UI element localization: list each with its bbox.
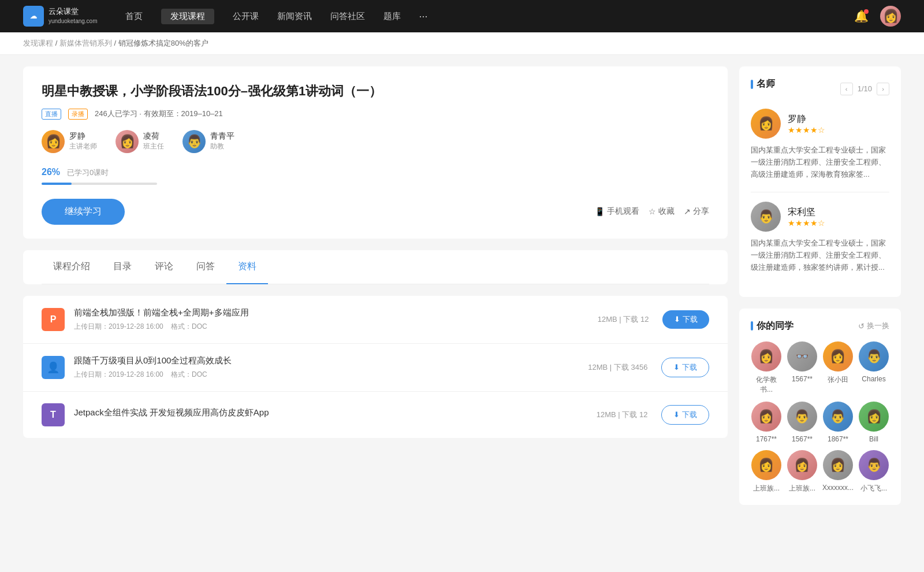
refresh-button[interactable]: ↺ 换一换: [858, 321, 889, 331]
classmate-4[interactable]: 👨 Charles: [858, 341, 889, 395]
teacher-card-2-name: 宋利坚: [788, 206, 825, 218]
nav-home[interactable]: 首页: [125, 9, 143, 24]
teachers-sidebar-card: 名师 ‹ 1/10 › 👩 罗静 ★★★★☆: [739, 66, 901, 297]
classmate-5[interactable]: 👩 1767**: [751, 402, 782, 443]
tab-intro[interactable]: 课程介绍: [42, 250, 102, 284]
refresh-label: 换一换: [867, 321, 889, 331]
resource-1-stats: 12MB | 下载 12: [598, 314, 649, 325]
progress-section: 26% 已学习0课时: [42, 167, 709, 185]
action-collect[interactable]: ☆ 收藏: [649, 206, 675, 217]
classmate-1[interactable]: 👩 化学教书...: [751, 341, 782, 395]
logo[interactable]: ☁ 云朵课堂yunduoketang.com: [23, 6, 98, 27]
progress-sub: 已学习0课时: [67, 168, 109, 178]
nav-news[interactable]: 新闻资讯: [277, 9, 312, 24]
teachers-list: 👩 罗静 主讲老师 👩 凌荷 班主任 👨 青青平: [42, 130, 709, 153]
nav-qa[interactable]: 问答社区: [330, 9, 365, 24]
breadcrumb: 发现课程 / 新媒体营销系列 / 销冠修炼术搞定80%的客户: [0, 32, 924, 55]
tab-catalog[interactable]: 目录: [102, 250, 143, 284]
resource-1-info: 前端全栈加强版！前端全栈+全周期+多端应用 上传日期：2019-12-28 16…: [74, 307, 598, 332]
classmate-8-name: Bill: [869, 435, 878, 443]
classmate-3[interactable]: 👩 张小田: [822, 341, 854, 395]
teacher-card-1-stars: ★★★★☆: [788, 125, 825, 135]
download-button-3[interactable]: ⬇ 下载: [661, 405, 709, 425]
teacher-card-1-name: 罗静: [788, 113, 825, 125]
classmate-11[interactable]: 👩 Xxxxxxx...: [822, 450, 854, 493]
resource-1-icon: P: [42, 308, 65, 331]
classmate-2[interactable]: 👓 1567**: [787, 341, 818, 395]
classmate-7-avatar: 👨: [823, 402, 853, 432]
course-card: 明星中教授课，小学阶段语法100分–强化级第1讲动词（一） 直播 录播 246人…: [23, 66, 728, 239]
logo-icon: ☁: [23, 6, 44, 27]
classmate-5-name: 1767**: [756, 435, 777, 443]
nav-exam[interactable]: 题库: [383, 9, 401, 24]
teachers-sidebar-title: 名师: [751, 78, 775, 90]
logo-text: 云朵课堂yunduoketang.com: [49, 7, 98, 25]
teachers-next-btn[interactable]: ›: [877, 83, 889, 95]
action-mobile[interactable]: 📱 手机观看: [595, 206, 639, 217]
course-meta: 直播 录播 246人已学习 · 有效期至：2019–10–21: [42, 109, 709, 120]
bell-icon[interactable]: 🔔: [854, 9, 869, 23]
main-content: 明星中教授课，小学阶段语法100分–强化级第1讲动词（一） 直播 录播 246人…: [23, 66, 728, 517]
classmate-12-name: 小飞飞...: [860, 484, 887, 493]
classmate-7-name: 1867**: [828, 435, 848, 443]
nav-discover[interactable]: 发现课程: [161, 9, 214, 24]
nav-more[interactable]: ···: [419, 8, 428, 25]
teacher-2-info: 凌荷 班主任: [143, 131, 164, 151]
teacher-3-name: 青青平: [210, 131, 234, 142]
progress-bar-fill: [42, 183, 72, 185]
user-avatar[interactable]: 👩: [880, 6, 901, 27]
classmate-6-name: 1567**: [792, 435, 813, 443]
refresh-icon: ↺: [858, 322, 865, 330]
classmate-10-name: 上班族...: [789, 484, 815, 493]
classmate-11-avatar: 👩: [823, 450, 853, 480]
resource-2-stats: 12MB | 下载 3456: [588, 362, 647, 373]
tab-review[interactable]: 评论: [143, 250, 185, 284]
classmate-12-avatar: 👨: [859, 450, 889, 480]
teacher-card-2: 👨 宋利坚 ★★★★☆ 国内某重点大学安全工程专业硕士，国家一级注册消防工程师、…: [751, 202, 889, 273]
teacher-2: 👩 凌荷 班主任: [116, 130, 164, 153]
teacher-card-2-desc: 国内某重点大学安全工程专业硕士，国家一级注册消防工程师、注册安全工程师、级注册建…: [751, 237, 889, 273]
classmate-12[interactable]: 👨 小飞飞...: [858, 450, 889, 493]
classmates-card: 你的同学 ↺ 换一换 👩 化学教书... 👓 1567** 👩 张小田: [739, 309, 901, 505]
classmate-8-avatar: 👩: [859, 402, 889, 432]
classmate-8[interactable]: 👩 Bill: [858, 402, 889, 443]
resource-3-icon: T: [42, 403, 65, 426]
resource-3-title: Jetpack全组件实战 开发短视频应用高仿皮皮虾App: [74, 407, 597, 418]
tab-resources[interactable]: 资料: [226, 250, 268, 284]
teacher-2-avatar: 👩: [116, 130, 139, 153]
action-links: 📱 手机观看 ☆ 收藏 ↗ 分享: [595, 206, 709, 217]
breadcrumb-item-1[interactable]: 发现课程: [23, 39, 53, 47]
breadcrumb-item-2[interactable]: 新媒体营销系列: [59, 39, 112, 47]
teachers-page: 1/10: [858, 84, 872, 93]
classmate-2-avatar: 👓: [787, 341, 817, 372]
nav-open[interactable]: 公开课: [233, 9, 259, 24]
tab-qa[interactable]: 问答: [185, 250, 226, 284]
continue-button[interactable]: 继续学习: [42, 199, 125, 225]
classmate-6[interactable]: 👨 1567**: [787, 402, 818, 443]
share-label: 分享: [693, 206, 709, 217]
teachers-prev-btn[interactable]: ‹: [840, 83, 853, 95]
teacher-1-info: 罗静 主讲老师: [69, 131, 97, 151]
teacher-2-role: 班主任: [143, 142, 164, 151]
classmates-header: 你的同学 ↺ 换一换: [751, 320, 889, 332]
share-icon: ↗: [684, 207, 691, 216]
teacher-2-avatar-icon: 👨: [751, 202, 781, 232]
action-share[interactable]: ↗ 分享: [684, 206, 709, 217]
resource-2-icon: 👤: [42, 356, 65, 379]
teachers-nav: ‹ 1/10 ›: [840, 83, 889, 95]
download-button-2[interactable]: ⬇ 下载: [661, 358, 709, 377]
download-button-1[interactable]: ⬇ 下载: [662, 310, 709, 329]
classmate-7[interactable]: 👨 1867**: [822, 402, 854, 443]
teacher-card-1: 👩 罗静 ★★★★☆ 国内某重点大学安全工程专业硕士，国家一级注册消防工程师、注…: [751, 109, 889, 180]
notification-dot: [864, 9, 869, 14]
collect-icon: ☆: [649, 207, 656, 216]
teacher-1-avatar-icon: 👩: [751, 109, 781, 139]
classmate-5-avatar: 👩: [751, 402, 781, 432]
classmate-10[interactable]: 👩 上班族...: [787, 450, 818, 493]
resource-3-stats: 12MB | 下载 12: [597, 410, 648, 420]
resource-item-1: P 前端全栈加强版！前端全栈+全周期+多端应用 上传日期：2019-12-28 …: [23, 296, 728, 344]
classmate-9[interactable]: 👩 上班族...: [751, 450, 782, 493]
classmate-1-avatar: 👩: [751, 341, 781, 372]
teacher-3-avatar: 👨: [182, 130, 206, 153]
classmate-3-name: 张小田: [828, 375, 848, 385]
